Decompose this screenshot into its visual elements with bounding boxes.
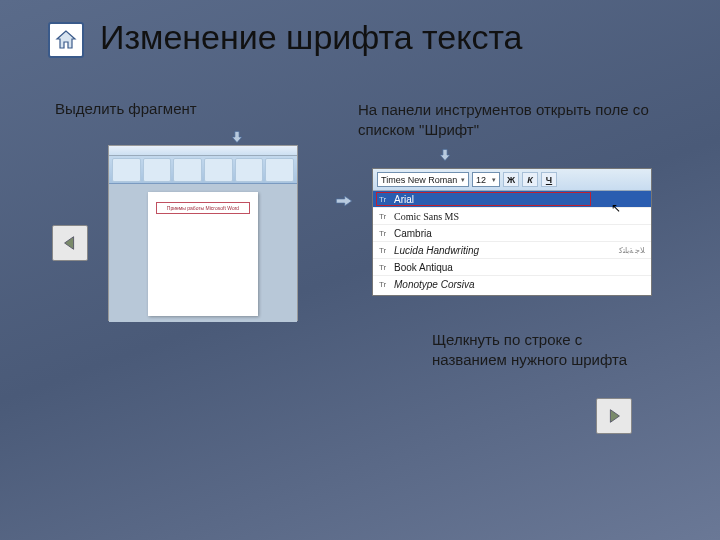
truetype-icon: Tr xyxy=(379,229,389,238)
font-size-dropdown[interactable]: 12 ▾ xyxy=(472,172,500,187)
truetype-icon: Tr xyxy=(379,280,389,289)
word-ribbon xyxy=(109,146,297,184)
font-option-label: Monotype Corsiva xyxy=(394,279,475,290)
next-button[interactable] xyxy=(596,398,632,434)
prev-button[interactable] xyxy=(52,225,88,261)
truetype-icon: Tr xyxy=(379,263,389,272)
truetype-icon: Tr xyxy=(379,195,389,204)
font-size-value: 12 xyxy=(476,175,486,185)
font-option[interactable]: Tr Comic Sans MS xyxy=(373,208,651,225)
font-list: Tr Arial Tr Comic Sans MS Tr Cambria Tr … xyxy=(373,191,651,295)
arrow-down-icon xyxy=(230,130,244,144)
font-option[interactable]: Tr Cambria xyxy=(373,225,651,242)
home-button[interactable] xyxy=(48,22,84,58)
font-option-label: Comic Sans MS xyxy=(394,211,459,222)
home-icon xyxy=(54,28,78,52)
italic-button[interactable]: К xyxy=(522,172,538,187)
bold-button[interactable]: Ж xyxy=(503,172,519,187)
font-name-dropdown[interactable]: Times New Roman ▾ xyxy=(377,172,469,187)
chevron-down-icon: ▾ xyxy=(461,176,465,184)
step3-caption: Щелкнуть по строке с названием нужного ш… xyxy=(432,330,652,369)
font-option[interactable]: Tr Book Antiqua xyxy=(373,259,651,276)
font-option[interactable]: Tr Lucida Handwriting ﻼﺟ ﺔﺑﺎﺘﻛ xyxy=(373,242,651,259)
triangle-left-icon xyxy=(61,234,79,252)
word-page-area: Приемы работы Microsoft Word xyxy=(109,184,297,322)
page-title: Изменение шрифта текста xyxy=(100,18,523,57)
triangle-right-icon xyxy=(605,407,623,425)
font-option-label: Cambria xyxy=(394,228,432,239)
font-name-value: Times New Roman xyxy=(381,175,457,185)
font-option[interactable]: Tr Arial xyxy=(373,191,651,208)
step1-caption: Выделить фрагмент xyxy=(55,100,197,117)
font-dropdown-screenshot: Times New Roman ▾ 12 ▾ Ж К Ч Tr Arial Tr… xyxy=(372,168,652,296)
word-page: Приемы работы Microsoft Word xyxy=(148,192,258,316)
underline-button[interactable]: Ч xyxy=(541,172,557,187)
font-option-label: Book Antiqua xyxy=(394,262,453,273)
arrow-down-icon xyxy=(438,148,452,162)
word-screenshot: Приемы работы Microsoft Word xyxy=(108,145,298,321)
chevron-down-icon: ▾ xyxy=(492,176,496,184)
font-option-label: Lucida Handwriting xyxy=(394,245,479,256)
font-option-label: Arial xyxy=(394,194,414,205)
selected-text: Приемы работы Microsoft Word xyxy=(156,202,250,214)
font-option[interactable]: Tr Monotype Corsiva xyxy=(373,276,651,293)
truetype-icon: Tr xyxy=(379,246,389,255)
font-preview: ﻼﺟ ﺔﺑﺎﺘﻛ xyxy=(619,246,645,255)
step2-caption: На панели инструментов открыть поле со с… xyxy=(358,100,658,139)
formatting-toolbar: Times New Roman ▾ 12 ▾ Ж К Ч xyxy=(373,169,651,191)
arrow-right-icon xyxy=(334,194,354,208)
truetype-icon: Tr xyxy=(379,212,389,221)
cursor-icon: ↖ xyxy=(611,201,621,215)
